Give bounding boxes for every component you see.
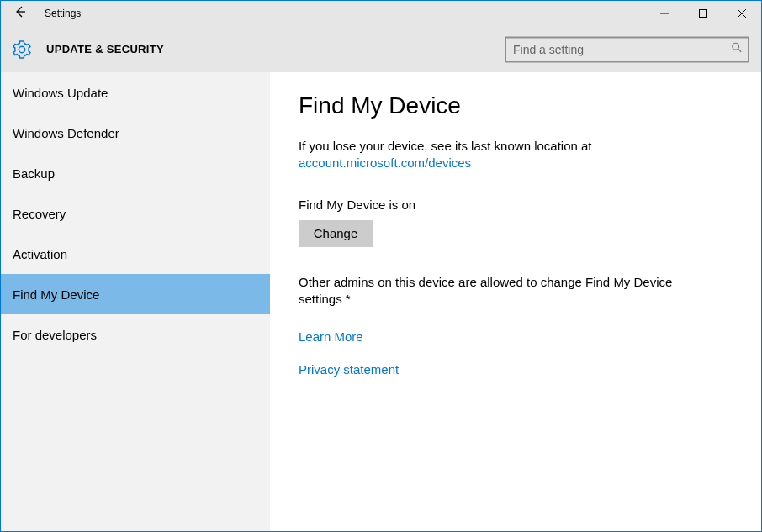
find-my-device-status: Find My Device is on: [299, 198, 733, 212]
sidebar-item-find-my-device[interactable]: Find My Device: [1, 274, 270, 314]
header: UPDATE & SECURITY: [1, 26, 761, 72]
privacy-statement-link[interactable]: Privacy statement: [299, 362, 733, 377]
search-wrap: [505, 36, 749, 62]
minimize-icon: [660, 6, 669, 21]
window-controls: [645, 1, 761, 26]
other-admins-text: Other admins on this device are allowed …: [299, 274, 694, 308]
sidebar-item-windows-defender[interactable]: Windows Defender: [1, 113, 270, 153]
sidebar-item-activation[interactable]: Activation: [1, 234, 270, 274]
gear-icon: [13, 40, 31, 59]
page-title: Find My Device: [299, 92, 733, 119]
titlebar: Settings: [1, 1, 761, 26]
close-button[interactable]: [722, 1, 761, 26]
window-title: Settings: [45, 8, 81, 19]
sidebar-item-label: Find My Device: [13, 287, 99, 302]
maximize-button[interactable]: [684, 1, 722, 26]
sidebar-item-for-developers[interactable]: For developers: [1, 314, 270, 355]
account-devices-link[interactable]: account.microsoft.com/devices: [299, 155, 471, 171]
sidebar-item-windows-update[interactable]: Windows Update: [1, 72, 270, 113]
lose-device-text: If you lose your device, see its last kn…: [299, 138, 733, 172]
sidebar-item-backup[interactable]: Backup: [1, 153, 270, 193]
sidebar-item-label: Windows Defender: [13, 126, 119, 140]
sidebar-item-label: Recovery: [13, 207, 66, 221]
header-title: UPDATE & SECURITY: [46, 43, 164, 55]
minimize-button[interactable]: [645, 1, 684, 26]
sidebar-item-label: Activation: [13, 247, 67, 261]
content: Find My Device If you lose your device, …: [270, 72, 761, 531]
sidebar-item-recovery[interactable]: Recovery: [1, 193, 270, 234]
svg-rect-2: [700, 10, 707, 18]
change-button[interactable]: Change: [299, 220, 373, 247]
back-button[interactable]: [1, 1, 40, 26]
settings-window: Settings UPDATE & SECURITY Windows: [0, 0, 762, 532]
sidebar-item-label: Backup: [13, 166, 55, 181]
sidebar-item-label: Windows Update: [13, 86, 108, 100]
sidebar: Windows Update Windows Defender Backup R…: [1, 72, 270, 531]
back-arrow-icon: [13, 5, 27, 22]
close-icon: [738, 6, 746, 21]
footer-links: Learn More Privacy statement: [299, 329, 733, 377]
search-input[interactable]: [505, 36, 749, 62]
maximize-icon: [699, 6, 707, 21]
lose-device-sentence: If you lose your device, see its last kn…: [299, 139, 592, 153]
sidebar-item-label: For developers: [13, 328, 97, 342]
body: Windows Update Windows Defender Backup R…: [1, 72, 761, 531]
learn-more-link[interactable]: Learn More: [299, 329, 733, 344]
